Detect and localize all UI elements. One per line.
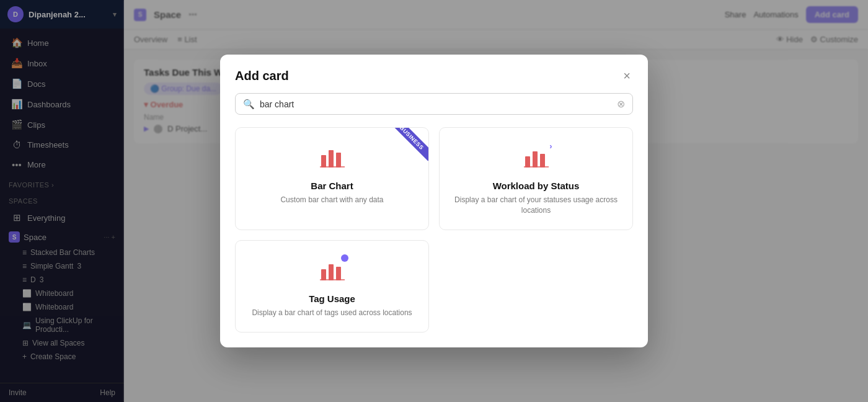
modal-title: Add card <box>235 69 289 83</box>
svg-rect-6 <box>540 154 545 168</box>
search-box: 🔍 ⊗ <box>235 93 633 115</box>
workload-icon: › <box>524 145 549 173</box>
workload-status-card[interactable]: › Workload by Status Display a bar chart… <box>439 127 633 230</box>
modal-close-button[interactable]: × <box>621 67 633 84</box>
svg-rect-4 <box>525 156 530 168</box>
svg-rect-2 <box>336 153 341 168</box>
tag-usage-card[interactable]: Tag Usage Display a bar chart of tags us… <box>235 240 429 333</box>
search-input[interactable] <box>260 99 612 109</box>
workload-desc: Display a bar chart of your statuses usa… <box>452 195 620 216</box>
business-badge-label: BUSINESS <box>391 128 428 161</box>
svg-rect-9 <box>329 264 334 280</box>
modal-overlay[interactable]: Add card × 🔍 ⊗ BUSINESS <box>0 0 868 402</box>
tag-usage-title: Tag Usage <box>309 293 355 304</box>
bar-chart-title: Bar Chart <box>311 181 353 191</box>
svg-rect-0 <box>321 155 326 168</box>
add-card-modal: Add card × 🔍 ⊗ BUSINESS <box>220 55 648 347</box>
search-icon: 🔍 <box>243 99 255 110</box>
modal-body: BUSINESS Bar Chart Custom bar chart with… <box>220 121 648 347</box>
modal-search-row: 🔍 ⊗ <box>220 84 648 121</box>
business-badge: BUSINESS <box>391 128 428 165</box>
modal-header: Add card × <box>220 55 648 84</box>
bar-chart-desc: Custom bar chart with any data <box>280 195 383 205</box>
tag-usage-desc: Display a bar chart of tags used across … <box>252 308 412 318</box>
tag-dot-icon <box>341 254 348 262</box>
svg-rect-1 <box>329 150 334 168</box>
tag-usage-icon <box>320 258 345 286</box>
workload-arrow-icon: › <box>549 141 552 151</box>
search-clear-icon[interactable]: ⊗ <box>617 98 625 110</box>
workload-title: Workload by Status <box>493 181 580 191</box>
cards-grid: BUSINESS Bar Chart Custom bar chart with… <box>235 127 633 332</box>
svg-rect-10 <box>336 267 341 280</box>
bar-chart-icon <box>320 145 345 173</box>
svg-rect-8 <box>321 269 326 280</box>
bar-chart-card[interactable]: BUSINESS Bar Chart Custom bar chart with… <box>235 127 429 230</box>
svg-rect-5 <box>533 151 538 168</box>
